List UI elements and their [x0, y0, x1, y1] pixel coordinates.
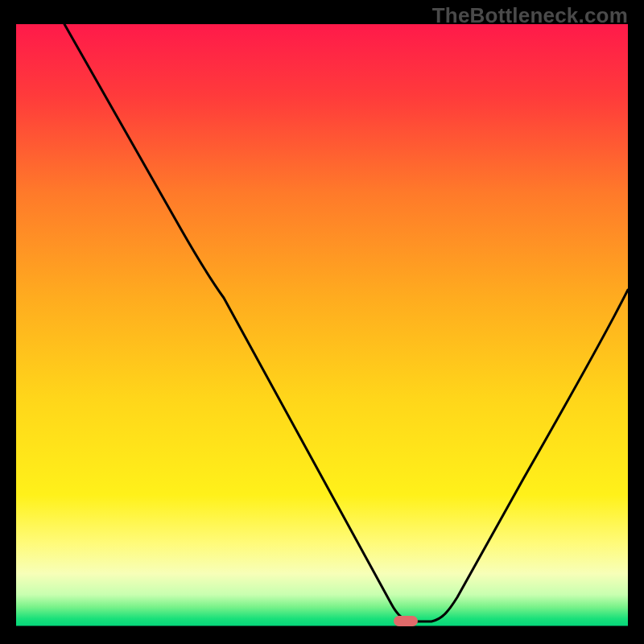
plot-area [16, 24, 628, 628]
gradient-background [16, 24, 628, 628]
chart-container: TheBottleneck.com [0, 0, 644, 644]
watermark-text: TheBottleneck.com [432, 3, 628, 28]
optimal-marker [394, 616, 418, 626]
chart-svg [16, 24, 628, 628]
